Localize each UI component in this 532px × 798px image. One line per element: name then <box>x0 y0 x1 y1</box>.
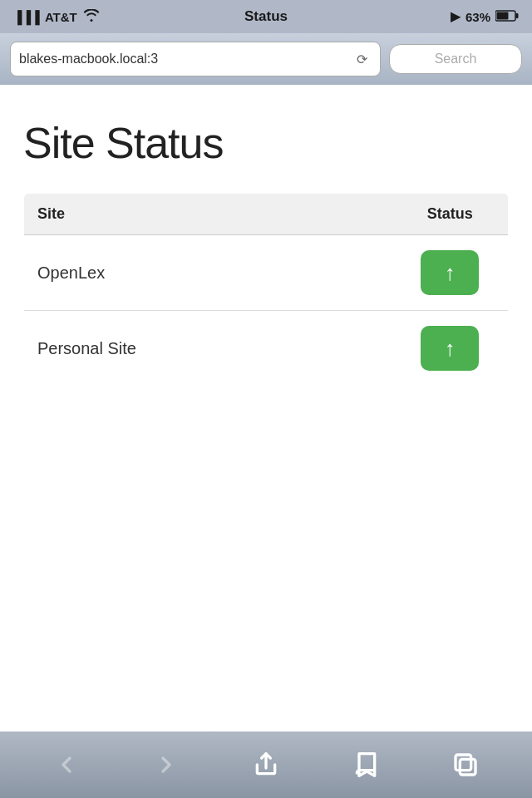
up-arrow-icon: ↑ <box>445 262 456 283</box>
bottom-toolbar <box>0 732 532 798</box>
share-button[interactable] <box>245 744 287 786</box>
table-header: Site Status <box>24 194 509 235</box>
signal-bars-icon: ▐▐▐ <box>13 10 40 24</box>
url-text: blakes-macbook.local:3 <box>19 52 347 66</box>
svg-rect-1 <box>516 13 519 18</box>
forward-button[interactable] <box>145 744 187 786</box>
main-content: Site Status Site Status OpenLex↑Personal… <box>0 85 532 732</box>
back-button[interactable] <box>46 744 87 786</box>
status-bar-right: ▶ 63% <box>451 9 519 24</box>
up-arrow-icon: ↑ <box>445 337 456 359</box>
site-name-cell: OpenLex <box>24 235 392 311</box>
battery-percentage: 63% <box>466 10 490 24</box>
site-name-cell: Personal Site <box>24 311 392 387</box>
status-bar-left: ▐▐▐ AT&T <box>13 9 101 25</box>
status-bar: ▐▐▐ AT&T Status ▶ 63% <box>0 0 532 33</box>
reload-button[interactable]: ⟳ <box>352 49 372 69</box>
table-row: Personal Site↑ <box>24 311 509 387</box>
bookmarks-button[interactable] <box>345 744 387 786</box>
battery-icon <box>495 10 519 24</box>
status-table: Site Status OpenLex↑Personal Site↑ <box>23 193 509 387</box>
tabs-button[interactable] <box>445 744 486 786</box>
search-input[interactable]: Search <box>389 44 522 74</box>
up-badge: ↑ <box>421 250 479 295</box>
svg-rect-5 <box>460 759 475 775</box>
carrier-label: AT&T <box>45 10 77 24</box>
page-heading: Site Status <box>23 118 509 168</box>
status-cell: ↑ <box>392 311 509 387</box>
svg-rect-2 <box>497 12 509 19</box>
table-body: OpenLex↑Personal Site↑ <box>24 235 509 387</box>
table-header-row: Site Status <box>24 194 509 235</box>
table-row: OpenLex↑ <box>24 235 509 311</box>
url-bar[interactable]: blakes-macbook.local:3 ⟳ <box>10 42 381 76</box>
up-badge: ↑ <box>421 326 479 371</box>
status-cell: ↑ <box>392 235 509 311</box>
col-header-site: Site <box>24 194 392 235</box>
location-icon: ▶ <box>451 9 461 24</box>
svg-rect-4 <box>456 755 471 771</box>
nav-bar: blakes-macbook.local:3 ⟳ Search <box>0 33 532 85</box>
wifi-icon <box>82 9 101 25</box>
col-header-status: Status <box>392 194 509 235</box>
page-title: Status <box>244 8 288 25</box>
